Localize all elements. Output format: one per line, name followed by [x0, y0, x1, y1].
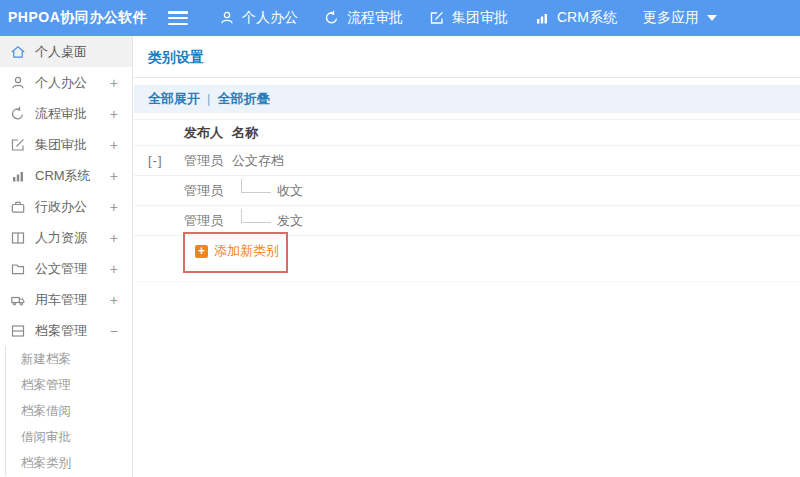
user-icon: [10, 75, 26, 91]
sidebar-item-admin-office[interactable]: 行政办公 +: [0, 191, 132, 222]
sidebar-item-label: 个人桌面: [35, 43, 87, 61]
topnav-label: 集团审批: [452, 9, 508, 27]
expand-plus-icon[interactable]: +: [110, 199, 118, 215]
row-publisher: 管理员: [184, 182, 232, 200]
topnav-more-apps[interactable]: 更多应用: [630, 0, 730, 36]
topnav-flow-approval[interactable]: 流程审批: [311, 0, 416, 36]
category-table: 发布人 名称 [-] 管理员 公文存档 管理员 收文 管理员: [134, 119, 800, 282]
sidebar-item-personal-desktop[interactable]: 个人桌面: [0, 36, 132, 67]
collapse-all-link[interactable]: 全部折叠: [217, 91, 269, 106]
sidebar-item-archive-mgmt[interactable]: 档案管理 −: [0, 315, 132, 346]
main-content: 类别设置 全部展开|全部折叠 发布人 名称 [-] 管理员 公文存档 管理员 收…: [134, 36, 800, 477]
row-publisher: 管理员: [184, 212, 232, 230]
sidebar-subitem-new-archive[interactable]: 新建档案: [6, 346, 132, 372]
folder-icon: [10, 261, 26, 277]
sidebar-item-hr[interactable]: 人力资源 +: [0, 222, 132, 253]
tree-branch-line: [241, 209, 271, 223]
name-column-header: 名称: [232, 124, 800, 142]
book-icon: [10, 230, 26, 246]
archive-icon: [10, 323, 26, 339]
bar-chart-icon: [534, 10, 550, 26]
flow-icon: [324, 10, 340, 26]
plus-icon: +: [195, 245, 208, 258]
sub-item-label: 新建档案: [21, 351, 71, 368]
expand-plus-icon[interactable]: +: [110, 292, 118, 308]
hamburger-menu-icon[interactable]: [168, 11, 188, 25]
row-category-name[interactable]: 收文: [277, 182, 303, 200]
sidebar-item-vehicle-mgmt[interactable]: 用车管理 +: [0, 284, 132, 315]
sidebar-item-label: 行政办公: [35, 198, 87, 216]
expand-plus-icon[interactable]: +: [110, 75, 118, 91]
toolbar-divider: |: [207, 91, 210, 106]
sidebar-item-group-approval[interactable]: 集团审批 +: [0, 129, 132, 160]
home-icon: [10, 44, 26, 60]
topbar: PHPOA协同办公软件 个人办公 流程审批 集团审批: [0, 0, 800, 36]
table-header-row: 发布人 名称: [134, 120, 800, 146]
sidebar-item-document-mgmt[interactable]: 公文管理 +: [0, 253, 132, 284]
collapse-minus-icon[interactable]: −: [110, 323, 118, 339]
flow-icon: [10, 106, 26, 122]
page-header: 类别设置: [134, 36, 800, 78]
tree-toolbar: 全部展开|全部折叠: [134, 85, 800, 113]
caret-down-icon: [707, 15, 717, 21]
truck-icon: [10, 292, 26, 308]
add-category-button[interactable]: + 添加新类别: [195, 242, 279, 260]
archive-submenu: 新建档案 档案管理 档案借阅 借阅审批 档案类别: [5, 346, 132, 476]
top-navigation: 个人办公 流程审批 集团审批 CRM系统 更多应用: [206, 0, 730, 36]
table-row: [-] 管理员 公文存档: [134, 146, 800, 176]
table-row: 管理员 收文: [134, 176, 800, 206]
sub-item-label: 档案借阅: [21, 403, 71, 420]
expand-plus-icon[interactable]: +: [110, 168, 118, 184]
table-row: 管理员 发文: [134, 206, 800, 236]
tree-branch-line: [241, 179, 271, 193]
sidebar-subitem-archive-mgmt[interactable]: 档案管理: [6, 372, 132, 398]
sidebar-item-label: 人力资源: [35, 229, 87, 247]
sidebar-item-label: 公文管理: [35, 260, 87, 278]
topnav-group-approval[interactable]: 集团审批: [416, 0, 521, 36]
sidebar-item-label: 用车管理: [35, 291, 87, 309]
row-publisher: 管理员: [184, 152, 232, 170]
sidebar-subitem-archive-category[interactable]: 档案类别: [6, 450, 132, 476]
sidebar-item-label: 集团审批: [35, 136, 87, 154]
sub-item-label: 档案管理: [21, 377, 71, 394]
sidebar-item-label: 档案管理: [35, 322, 87, 340]
topnav-personal-office[interactable]: 个人办公: [206, 0, 311, 36]
topnav-label: CRM系统: [557, 9, 617, 27]
expand-plus-icon[interactable]: +: [110, 261, 118, 277]
edit-square-icon: [429, 10, 445, 26]
expand-plus-icon[interactable]: +: [110, 137, 118, 153]
collapse-toggle[interactable]: [-]: [148, 153, 163, 168]
sidebar-item-crm[interactable]: CRM系统 +: [0, 160, 132, 191]
sidebar-item-label: CRM系统: [35, 167, 91, 185]
sidebar-item-personal-office[interactable]: 个人办公 +: [0, 67, 132, 98]
bar-chart-icon: [10, 168, 26, 184]
sidebar-subitem-archive-borrow[interactable]: 档案借阅: [6, 398, 132, 424]
sub-item-label: 借阅审批: [21, 429, 71, 446]
topnav-label: 个人办公: [242, 9, 298, 27]
topnav-label: 更多应用: [643, 9, 699, 27]
sidebar-item-flow-approval[interactable]: 流程审批 +: [0, 98, 132, 129]
topnav-crm[interactable]: CRM系统: [521, 0, 630, 36]
add-category-row: + 添加新类别: [134, 236, 800, 282]
expand-plus-icon[interactable]: +: [110, 106, 118, 122]
row-category-name[interactable]: 公文存档: [232, 152, 284, 170]
publisher-column-header: 发布人: [184, 124, 232, 142]
page-title: 类别设置: [148, 49, 204, 65]
sidebar-item-label: 流程审批: [35, 105, 87, 123]
sidebar: 个人桌面 个人办公 + 流程审批 + 集团审批 + CRM系统: [0, 36, 133, 477]
sidebar-item-label: 个人办公: [35, 74, 87, 92]
edit-square-icon: [10, 137, 26, 153]
app-logo: PHPOA协同办公软件: [0, 9, 168, 27]
sub-item-label: 档案类别: [21, 455, 71, 472]
briefcase-icon: [10, 199, 26, 215]
topnav-label: 流程审批: [347, 9, 403, 27]
user-icon: [219, 10, 235, 26]
expand-plus-icon[interactable]: +: [110, 230, 118, 246]
add-category-label: 添加新类别: [214, 242, 279, 260]
row-category-name[interactable]: 发文: [277, 212, 303, 230]
sidebar-subitem-borrow-approval[interactable]: 借阅审批: [6, 424, 132, 450]
expand-all-link[interactable]: 全部展开: [148, 91, 200, 106]
